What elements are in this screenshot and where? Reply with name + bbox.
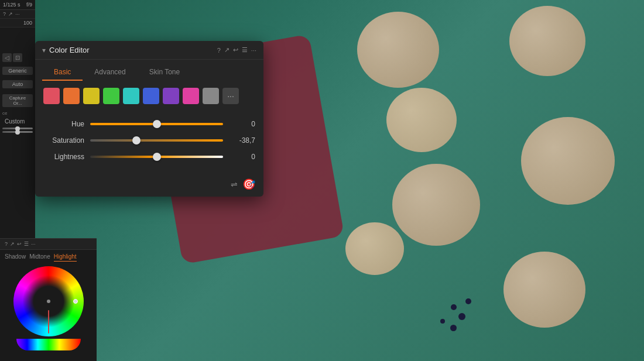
color-wheel-container: [13, 266, 84, 336]
hue-row: Hue 0: [43, 118, 255, 130]
sliders-section: Hue 0 Saturation -38,7 Lightness: [35, 111, 263, 174]
mini-slider-2[interactable]: [2, 131, 33, 133]
berry-3: [465, 298, 471, 304]
collapse-icon[interactable]: ▾: [42, 46, 46, 54]
wheel-line: [48, 310, 49, 334]
bottom-panel-header: ? ↗ ↩ ☰ ···: [0, 239, 97, 250]
saturation-thumb[interactable]: [132, 136, 141, 145]
bowl-middle: [386, 88, 457, 152]
bottom-more-icon[interactable]: ···: [31, 241, 36, 247]
aperture: f/9: [26, 2, 32, 8]
lightness-value: 0: [229, 153, 255, 161]
swatch-cyan[interactable]: [123, 88, 139, 104]
bottom-undo-icon[interactable]: ↩: [17, 241, 22, 247]
value-bar: 100: [0, 19, 35, 27]
bottom-menu-icon[interactable]: ☰: [24, 241, 29, 247]
target-icon[interactable]: 🎯: [242, 178, 255, 191]
tab-midtone[interactable]: Midtone: [29, 252, 50, 262]
tab-skin-tone[interactable]: Skin Tone: [138, 64, 191, 81]
swatch-purple[interactable]: [163, 88, 179, 104]
berry-5: [450, 325, 457, 331]
lightness-row: Lightness 0: [43, 151, 255, 163]
lightness-label: Lightness: [43, 153, 84, 161]
wheel-center-dot: [47, 300, 50, 303]
swatch-orange[interactable]: [63, 88, 80, 104]
more-icon[interactable]: ···: [251, 47, 256, 54]
ce-label: ce: [2, 111, 33, 116]
saturation-value: -38,7: [229, 136, 255, 145]
undo-icon[interactable]: ↩: [233, 46, 238, 54]
help-icon-panel[interactable]: ?: [217, 47, 221, 54]
hue-thumb[interactable]: [153, 120, 161, 128]
plate-top-left: [357, 12, 439, 88]
left-arrow-icon[interactable]: ◁: [2, 53, 12, 62]
saturation-track: [90, 139, 223, 142]
tab-advanced[interactable]: Advanced: [83, 64, 137, 81]
lightness-track: [90, 156, 223, 158]
top-info-bar: 1/125 s f/9: [0, 0, 35, 10]
swatch-yellow[interactable]: [83, 88, 100, 104]
tool-icon-2[interactable]: ···: [15, 11, 20, 17]
bottom-link-icon[interactable]: ↗: [10, 241, 15, 247]
color-swatches: ···: [35, 81, 263, 111]
saturation-row: Saturation -38,7: [43, 135, 255, 146]
tab-basic[interactable]: Basic: [42, 64, 83, 81]
toggle-icons: ◁ ⊡: [2, 53, 33, 62]
swatch-more-button[interactable]: ···: [222, 88, 239, 104]
hue-track: [90, 123, 223, 125]
berry-1: [451, 304, 457, 310]
transfer-icon[interactable]: ⇌: [231, 180, 238, 189]
plate-top-right: [509, 6, 585, 76]
camera-icon[interactable]: ⊡: [13, 53, 22, 62]
lightness-thumb[interactable]: [153, 153, 161, 161]
menu-icon[interactable]: ☰: [242, 46, 248, 54]
auto-btn-container: Auto: [2, 78, 33, 90]
plate-bottom-right: [503, 252, 585, 328]
link-icon[interactable]: ↗: [224, 46, 229, 54]
swatch-blue[interactable]: [143, 88, 159, 104]
saturation-slider-container[interactable]: [90, 135, 223, 146]
generic-button[interactable]: Generic: [2, 67, 33, 75]
swatch-red[interactable]: [43, 88, 60, 104]
wheel-handle[interactable]: [73, 299, 78, 304]
color-editor-panel: ▾ Color Editor ? ↗ ↩ ☰ ··· Basic Advance…: [35, 41, 263, 197]
help-icon[interactable]: ?: [3, 11, 6, 17]
rainbow-arc: [16, 339, 81, 350]
swatch-pink[interactable]: [183, 88, 199, 104]
panel-footer: ⇌ 🎯: [35, 174, 263, 197]
panel-header-icons: ? ↗ ↩ ☰ ···: [217, 46, 256, 54]
plate-bottom-left: [392, 164, 480, 246]
bowl-bottom: [345, 222, 404, 275]
lightness-slider-container[interactable]: [90, 151, 223, 163]
tab-shadow[interactable]: Shadow: [5, 252, 26, 262]
hue-slider-container[interactable]: [90, 118, 223, 130]
berry-2: [458, 313, 465, 320]
auto-button[interactable]: Auto: [2, 80, 33, 88]
hue-value: 0: [229, 120, 255, 128]
toolbar-row: ? ↗ ···: [0, 10, 35, 19]
saturation-label: Saturation: [43, 136, 84, 145]
tool-icon-1[interactable]: ↗: [8, 11, 13, 17]
capture-button[interactable]: Capture Or...: [2, 94, 33, 107]
berry-4: [440, 319, 445, 324]
swatch-gray[interactable]: [203, 88, 219, 104]
tab-highlight[interactable]: Highlight: [54, 252, 77, 262]
panel-title: Color Editor: [49, 46, 214, 54]
panel-tabs: Basic Advanced Skin Tone: [35, 60, 263, 81]
panel-header: ▾ Color Editor ? ↗ ↩ ☰ ···: [35, 41, 263, 60]
sidebar-controls: ◁ ⊡ Generic Auto Capture Or... ce Custom: [0, 51, 35, 137]
capture-btn-container: Capture Or...: [2, 91, 33, 108]
hue-label: Hue: [43, 120, 84, 128]
custom-label: Custom: [2, 117, 33, 126]
bottom-left-panel: ? ↗ ↩ ☰ ··· Shadow Midtone Highlight: [0, 238, 97, 361]
generic-btn-container: Generic: [2, 64, 33, 76]
bottom-help-icon[interactable]: ?: [5, 241, 8, 247]
shutter-speed: 1/125 s: [3, 2, 20, 8]
exposure-value: 100: [23, 20, 32, 26]
swatch-green[interactable]: [103, 88, 119, 104]
color-wheel[interactable]: [13, 266, 84, 336]
bottom-tabs: Shadow Midtone Highlight: [0, 250, 97, 264]
plate-right: [521, 117, 615, 205]
